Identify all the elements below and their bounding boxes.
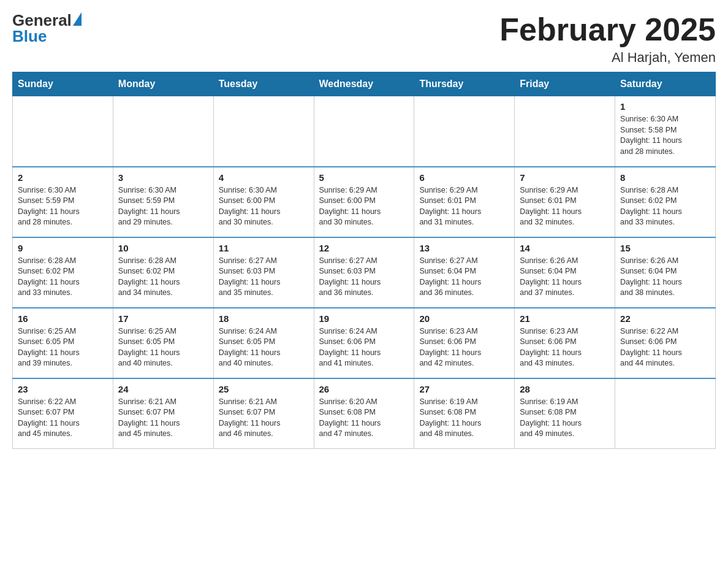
day-number: 25 xyxy=(219,384,309,394)
calendar-cell: 1Sunrise: 6:30 AM Sunset: 5:58 PM Daylig… xyxy=(615,96,716,167)
day-number: 1 xyxy=(620,101,710,112)
day-info: Sunrise: 6:22 AM Sunset: 6:06 PM Dayligh… xyxy=(620,326,710,369)
day-number: 22 xyxy=(620,313,710,324)
day-info: Sunrise: 6:26 AM Sunset: 6:04 PM Dayligh… xyxy=(620,256,710,299)
calendar-cell: 6Sunrise: 6:29 AM Sunset: 6:01 PM Daylig… xyxy=(414,167,515,237)
calendar-week-row: 2Sunrise: 6:30 AM Sunset: 5:59 PM Daylig… xyxy=(13,167,716,237)
day-info: Sunrise: 6:28 AM Sunset: 6:02 PM Dayligh… xyxy=(620,185,710,228)
day-number: 10 xyxy=(118,243,208,253)
day-info: Sunrise: 6:19 AM Sunset: 6:08 PM Dayligh… xyxy=(419,397,509,440)
weekday-header-friday: Friday xyxy=(515,72,615,96)
calendar-cell: 27Sunrise: 6:19 AM Sunset: 6:08 PM Dayli… xyxy=(414,378,515,449)
calendar-cell: 22Sunrise: 6:22 AM Sunset: 6:06 PM Dayli… xyxy=(615,308,716,378)
calendar-table: SundayMondayTuesdayWednesdayThursdayFrid… xyxy=(12,72,716,449)
day-number: 17 xyxy=(118,313,208,324)
calendar-cell: 5Sunrise: 6:29 AM Sunset: 6:00 PM Daylig… xyxy=(314,167,414,237)
day-number: 14 xyxy=(520,243,610,253)
calendar-cell xyxy=(213,96,314,167)
calendar-cell xyxy=(314,96,414,167)
day-number: 9 xyxy=(18,243,108,253)
title-block: February 2025 Al Harjah, Yemen xyxy=(499,12,716,66)
day-number: 27 xyxy=(419,384,509,394)
day-number: 28 xyxy=(520,384,610,394)
day-info: Sunrise: 6:30 AM Sunset: 5:59 PM Dayligh… xyxy=(118,185,208,228)
calendar-week-row: 23Sunrise: 6:22 AM Sunset: 6:07 PM Dayli… xyxy=(13,378,716,449)
calendar-cell: 11Sunrise: 6:27 AM Sunset: 6:03 PM Dayli… xyxy=(213,237,314,308)
day-number: 4 xyxy=(219,172,309,183)
day-info: Sunrise: 6:28 AM Sunset: 6:02 PM Dayligh… xyxy=(118,256,208,299)
day-number: 11 xyxy=(219,243,309,253)
calendar-cell: 2Sunrise: 6:30 AM Sunset: 5:59 PM Daylig… xyxy=(13,167,113,237)
day-number: 8 xyxy=(620,172,710,183)
calendar-cell: 19Sunrise: 6:24 AM Sunset: 6:06 PM Dayli… xyxy=(314,308,414,378)
day-info: Sunrise: 6:21 AM Sunset: 6:07 PM Dayligh… xyxy=(118,397,208,440)
day-number: 18 xyxy=(219,313,309,324)
calendar-cell: 21Sunrise: 6:23 AM Sunset: 6:06 PM Dayli… xyxy=(515,308,615,378)
calendar-cell xyxy=(414,96,515,167)
day-info: Sunrise: 6:27 AM Sunset: 6:03 PM Dayligh… xyxy=(219,256,309,299)
calendar-cell: 15Sunrise: 6:26 AM Sunset: 6:04 PM Dayli… xyxy=(615,237,716,308)
day-number: 3 xyxy=(118,172,208,183)
page-header: General Blue February 2025 Al Harjah, Ye… xyxy=(12,12,716,66)
day-number: 12 xyxy=(319,243,409,253)
day-info: Sunrise: 6:26 AM Sunset: 6:04 PM Dayligh… xyxy=(520,256,610,299)
day-number: 2 xyxy=(18,172,108,183)
day-info: Sunrise: 6:22 AM Sunset: 6:07 PM Dayligh… xyxy=(18,397,108,440)
logo-triangle-icon xyxy=(73,12,82,26)
day-number: 19 xyxy=(319,313,409,324)
calendar-cell: 24Sunrise: 6:21 AM Sunset: 6:07 PM Dayli… xyxy=(113,378,213,449)
weekday-header-row: SundayMondayTuesdayWednesdayThursdayFrid… xyxy=(13,72,716,96)
calendar-cell: 4Sunrise: 6:30 AM Sunset: 6:00 PM Daylig… xyxy=(213,167,314,237)
day-info: Sunrise: 6:19 AM Sunset: 6:08 PM Dayligh… xyxy=(520,397,610,440)
day-info: Sunrise: 6:27 AM Sunset: 6:03 PM Dayligh… xyxy=(319,256,409,299)
calendar-cell: 12Sunrise: 6:27 AM Sunset: 6:03 PM Dayli… xyxy=(314,237,414,308)
logo-general-text: General xyxy=(12,12,72,28)
calendar-cell: 13Sunrise: 6:27 AM Sunset: 6:04 PM Dayli… xyxy=(414,237,515,308)
calendar-cell: 9Sunrise: 6:28 AM Sunset: 6:02 PM Daylig… xyxy=(13,237,113,308)
day-info: Sunrise: 6:29 AM Sunset: 6:00 PM Dayligh… xyxy=(319,185,409,228)
day-info: Sunrise: 6:23 AM Sunset: 6:06 PM Dayligh… xyxy=(419,326,509,369)
calendar-subtitle: Al Harjah, Yemen xyxy=(499,50,716,66)
calendar-week-row: 9Sunrise: 6:28 AM Sunset: 6:02 PM Daylig… xyxy=(13,237,716,308)
day-number: 15 xyxy=(620,243,710,253)
day-number: 16 xyxy=(18,313,108,324)
calendar-cell: 25Sunrise: 6:21 AM Sunset: 6:07 PM Dayli… xyxy=(213,378,314,449)
weekday-header-saturday: Saturday xyxy=(615,72,716,96)
day-info: Sunrise: 6:30 AM Sunset: 5:58 PM Dayligh… xyxy=(620,114,710,157)
calendar-cell: 28Sunrise: 6:19 AM Sunset: 6:08 PM Dayli… xyxy=(515,378,615,449)
calendar-cell xyxy=(515,96,615,167)
weekday-header-monday: Monday xyxy=(113,72,213,96)
day-number: 23 xyxy=(18,384,108,394)
day-info: Sunrise: 6:30 AM Sunset: 6:00 PM Dayligh… xyxy=(219,185,309,228)
day-info: Sunrise: 6:29 AM Sunset: 6:01 PM Dayligh… xyxy=(419,185,509,228)
calendar-cell: 16Sunrise: 6:25 AM Sunset: 6:05 PM Dayli… xyxy=(13,308,113,378)
calendar-cell: 26Sunrise: 6:20 AM Sunset: 6:08 PM Dayli… xyxy=(314,378,414,449)
day-info: Sunrise: 6:27 AM Sunset: 6:04 PM Dayligh… xyxy=(419,256,509,299)
calendar-week-row: 1Sunrise: 6:30 AM Sunset: 5:58 PM Daylig… xyxy=(13,96,716,167)
day-number: 26 xyxy=(319,384,409,394)
calendar-cell: 14Sunrise: 6:26 AM Sunset: 6:04 PM Dayli… xyxy=(515,237,615,308)
calendar-cell xyxy=(13,96,113,167)
calendar-cell: 17Sunrise: 6:25 AM Sunset: 6:05 PM Dayli… xyxy=(113,308,213,378)
day-number: 6 xyxy=(419,172,509,183)
weekday-header-thursday: Thursday xyxy=(414,72,515,96)
day-info: Sunrise: 6:25 AM Sunset: 6:05 PM Dayligh… xyxy=(18,326,108,369)
day-info: Sunrise: 6:23 AM Sunset: 6:06 PM Dayligh… xyxy=(520,326,610,369)
calendar-cell: 18Sunrise: 6:24 AM Sunset: 6:05 PM Dayli… xyxy=(213,308,314,378)
day-info: Sunrise: 6:30 AM Sunset: 5:59 PM Dayligh… xyxy=(18,185,108,228)
calendar-cell xyxy=(615,378,716,449)
day-info: Sunrise: 6:20 AM Sunset: 6:08 PM Dayligh… xyxy=(319,397,409,440)
day-info: Sunrise: 6:24 AM Sunset: 6:06 PM Dayligh… xyxy=(319,326,409,369)
calendar-title: February 2025 xyxy=(499,12,716,47)
day-info: Sunrise: 6:28 AM Sunset: 6:02 PM Dayligh… xyxy=(18,256,108,299)
day-number: 24 xyxy=(118,384,208,394)
calendar-cell: 8Sunrise: 6:28 AM Sunset: 6:02 PM Daylig… xyxy=(615,167,716,237)
day-info: Sunrise: 6:21 AM Sunset: 6:07 PM Dayligh… xyxy=(219,397,309,440)
weekday-header-tuesday: Tuesday xyxy=(213,72,314,96)
calendar-week-row: 16Sunrise: 6:25 AM Sunset: 6:05 PM Dayli… xyxy=(13,308,716,378)
day-number: 20 xyxy=(419,313,509,324)
day-info: Sunrise: 6:24 AM Sunset: 6:05 PM Dayligh… xyxy=(219,326,309,369)
weekday-header-sunday: Sunday xyxy=(13,72,113,96)
calendar-cell: 23Sunrise: 6:22 AM Sunset: 6:07 PM Dayli… xyxy=(13,378,113,449)
day-number: 5 xyxy=(319,172,409,183)
